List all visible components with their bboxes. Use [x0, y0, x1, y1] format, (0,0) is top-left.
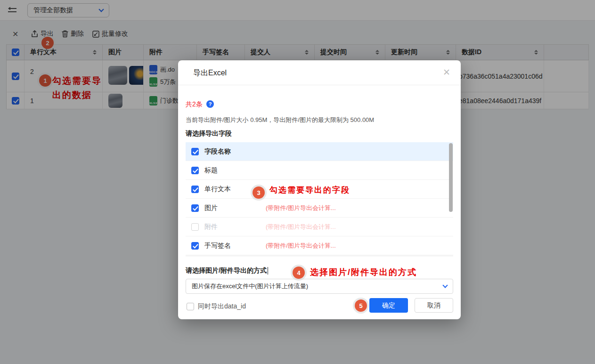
step-badge-5: 5 — [355, 299, 367, 312]
scrollbar-thumb[interactable] — [449, 143, 453, 212]
modal-close-icon[interactable]: ✕ — [443, 68, 450, 77]
field-row-attachment[interactable]: 附件 (带附件/图片导出会计算... — [186, 218, 453, 236]
step-badge-4: 4 — [293, 267, 305, 279]
field-checkbox[interactable] — [191, 167, 199, 174]
selected-count-label: 共2条 — [186, 100, 203, 109]
export-data-id-option[interactable]: 同时导出data_id — [187, 302, 246, 311]
data-id-checkbox-label: 同时导出data_id — [198, 302, 246, 311]
confirm-button[interactable]: 确定 — [369, 298, 408, 313]
field-checkbox[interactable] — [191, 186, 199, 193]
data-id-checkbox[interactable] — [187, 303, 194, 310]
field-row-title[interactable]: 标题 — [186, 161, 453, 180]
export-fields-list: 字段名称 标题 单行文本 图片 (带附件/图片导出会计算... 附件 (带附件/… — [186, 142, 453, 256]
step-badge-3: 3 — [253, 186, 265, 199]
field-row-signature[interactable]: 手写签名 (带附件/图片导出会计算... — [186, 236, 453, 255]
export-size-info: 当前导出附件/图片大小 0.95M，导出附件/图片的最大限制为 500.00M — [186, 116, 374, 124]
export-mode-value: 图片保存在excel文件中(图片计算上传流量) — [192, 282, 443, 291]
field-checkbox[interactable] — [191, 204, 199, 212]
chevron-down-icon — [442, 283, 448, 288]
help-icon[interactable]: ? — [206, 100, 214, 108]
field-checkbox[interactable] — [191, 223, 199, 231]
field-list-header-row[interactable]: 字段名称 — [186, 142, 453, 161]
fields-section-label: 请选择导出字段 — [186, 129, 232, 138]
list-scrollbar[interactable] — [449, 143, 453, 255]
modal-title: 导出Excel — [193, 68, 227, 78]
field-row-image[interactable]: 图片 (带附件/图片导出会计算... — [186, 199, 453, 218]
step-note-3: 勾选需要导出的字段 — [269, 185, 350, 195]
export-mode-select[interactable]: 图片保存在excel文件中(图片计算上传流量) — [186, 279, 453, 294]
field-size-note: (带附件/图片导出会计算... — [266, 204, 336, 212]
cancel-button[interactable]: 取消 — [415, 298, 453, 313]
modal-header: 导出Excel ✕ — [178, 60, 461, 85]
field-select-all-checkbox[interactable] — [191, 148, 199, 155]
step-note-4: 选择图片/附件导出的方式 — [310, 267, 417, 278]
field-size-note: (带附件/图片导出会计算... — [266, 223, 336, 231]
field-checkbox[interactable] — [191, 242, 199, 250]
text-caret — [268, 267, 268, 275]
field-size-note: (带附件/图片导出会计算... — [266, 242, 336, 250]
export-mode-section-label: 请选择图片/附件导出的方式 — [186, 267, 268, 275]
